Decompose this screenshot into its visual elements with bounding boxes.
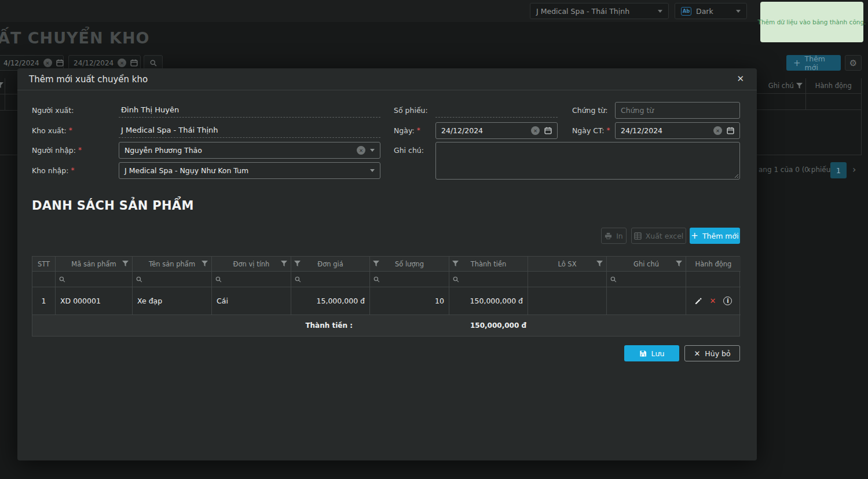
products-table: STT Mã sản phẩm Tên sản phẩm Đơn vị tính… (32, 256, 740, 337)
close-icon[interactable]: ✕ (737, 74, 744, 84)
ngay-ct-date-box: ✕ (615, 122, 740, 139)
table-header-row: STT Mã sản phẩm Tên sản phẩm Đơn vị tính… (32, 257, 739, 272)
table-search-row (32, 272, 739, 287)
print-button[interactable]: In (601, 228, 627, 244)
ghi-chu-box (435, 142, 740, 180)
filter-icon[interactable] (281, 261, 287, 267)
search-icon (59, 276, 65, 283)
search-dvt-input[interactable] (225, 275, 287, 283)
filter-icon[interactable] (452, 261, 459, 267)
export-excel-label: Xuất excel (646, 232, 684, 240)
cell-thanh-tien: 150,000,000 đ (449, 287, 528, 315)
ngay-date-box: ✕ (435, 122, 558, 139)
printer-icon (605, 232, 612, 240)
cell-don-gia: 15,000,000 đ (291, 287, 370, 315)
add-product-button[interactable]: + Thêm mới (690, 228, 740, 244)
calendar-icon[interactable] (727, 127, 734, 134)
search-ma-input[interactable] (68, 275, 129, 283)
label-kho-nhap: Kho nhập:* (32, 162, 74, 178)
label-nguoi-nhap: Người nhập:* (32, 142, 82, 158)
nguoi-nhap-select[interactable]: Nguyễn Phương Thảo ✕ (119, 142, 380, 159)
kho-xuat-field: J Medical Spa - Thái Thịnh (119, 122, 380, 138)
filter-icon[interactable] (122, 261, 129, 267)
export-excel-button[interactable]: Xuất excel (631, 228, 686, 244)
col-header-lo-sx: Lô SX (528, 257, 607, 272)
transfer-modal: Thêm mới xuất chuyển kho ✕ Người xuất: Đ… (17, 68, 757, 460)
search-icon (610, 276, 617, 283)
label-ghi-chu: Ghi chú: (394, 142, 424, 158)
modal-header: Thêm mới xuất chuyển kho ✕ (17, 68, 757, 90)
table-footer-row: Thành tiền : 150,000,000 đ (32, 315, 739, 336)
label-so-phieu: Số phiếu: (394, 102, 428, 118)
clear-icon[interactable]: ✕ (531, 126, 540, 135)
excel-icon (634, 232, 642, 240)
search-don-gia-input[interactable] (304, 275, 366, 283)
col-header-ten-san-pham: Tên sản phẩm (133, 257, 212, 272)
delete-icon[interactable]: ✕ (710, 297, 716, 305)
plus-icon: + (691, 231, 698, 241)
modal-title: Thêm mới xuất chuyển kho (29, 74, 148, 85)
filter-icon[interactable] (202, 261, 208, 267)
close-icon: ✕ (694, 349, 700, 358)
chung-tu-box (615, 102, 740, 119)
ngay-ct-input[interactable] (621, 126, 709, 135)
col-header-don-vi-tinh: Đơn vị tính (212, 257, 291, 272)
col-header-ma-san-pham: Mã sản phẩm (56, 257, 133, 272)
cell-don-vi-tinh: Cái (212, 287, 291, 315)
search-ten-input[interactable] (145, 275, 208, 283)
kho-nhap-value: J Medical Spa - Ngụy Như Kon Tum (124, 166, 365, 175)
filter-icon[interactable] (596, 261, 603, 267)
toast-message: Thêm dữ liệu vào bảng thành công. (758, 19, 866, 25)
clear-icon[interactable]: ✕ (357, 146, 365, 155)
footer-total-label: Thành tiền : (32, 321, 370, 330)
clear-icon[interactable]: ✕ (713, 126, 722, 135)
chevron-down-icon[interactable] (370, 149, 375, 152)
kho-nhap-select[interactable]: J Medical Spa - Ngụy Như Kon Tum (119, 162, 380, 179)
col-header-don-gia: Đơn giá (291, 257, 370, 272)
cancel-label: Hủy bỏ (705, 349, 730, 358)
calendar-icon[interactable] (544, 127, 552, 134)
edit-icon[interactable] (695, 297, 702, 305)
col-header-so-luong: Số lượng (370, 257, 449, 272)
col-header-thanh-tien: Thành tiền (449, 257, 528, 272)
footer-total-value: 150,000,000 đ (370, 321, 528, 330)
search-ghi-chu-input[interactable] (620, 275, 682, 283)
save-button[interactable]: Lưu (624, 345, 679, 361)
print-label: In (616, 232, 623, 240)
info-icon[interactable]: i (723, 297, 732, 305)
save-label: Lưu (651, 349, 665, 358)
ghi-chu-textarea[interactable] (436, 142, 739, 179)
ngay-input[interactable] (441, 126, 526, 135)
search-icon (373, 276, 380, 283)
chevron-down-icon[interactable] (370, 169, 375, 172)
products-heading: DANH SÁCH SẢN PHẨM (32, 199, 194, 213)
nguoi-nhap-value: Nguyễn Phương Thảo (124, 146, 352, 155)
search-so-luong-input[interactable] (383, 275, 445, 283)
so-phieu-field (435, 102, 558, 118)
filter-icon[interactable] (294, 261, 301, 267)
add-product-label: Thêm mới (702, 232, 739, 240)
nguoi-xuat-field: Đinh Thị Huyên (119, 102, 380, 118)
label-ngay-ct: Ngày CT:* (572, 122, 610, 138)
cell-ghi-chu (607, 287, 686, 315)
search-icon (453, 276, 459, 283)
table-row: 1 XD 000001 Xe đạp Cái 15,000,000 đ 10 1… (32, 287, 739, 315)
search-thanh-tien-input[interactable] (462, 275, 524, 283)
label-chung-tu: Chứng từ: (572, 102, 607, 118)
cell-ten-san-pham: Xe đạp (133, 287, 212, 315)
chung-tu-input[interactable] (621, 106, 734, 115)
filter-icon[interactable] (373, 261, 379, 267)
save-icon (639, 350, 647, 357)
col-header-hanh-dong: Hành động (686, 257, 741, 272)
search-icon (136, 276, 142, 283)
col-header-stt: STT (32, 257, 56, 272)
cancel-button[interactable]: ✕ Hủy bỏ (684, 345, 740, 361)
cell-hanh-dong: ✕ i (686, 287, 741, 315)
filter-icon[interactable] (676, 261, 682, 267)
toast-success: Thêm dữ liệu vào bảng thành công. (760, 2, 863, 42)
search-icon (295, 276, 301, 283)
label-kho-xuat: Kho xuất:* (32, 122, 72, 138)
label-ngay: Ngày:* (394, 122, 420, 138)
search-icon (215, 276, 222, 283)
cell-so-luong: 10 (370, 287, 449, 315)
